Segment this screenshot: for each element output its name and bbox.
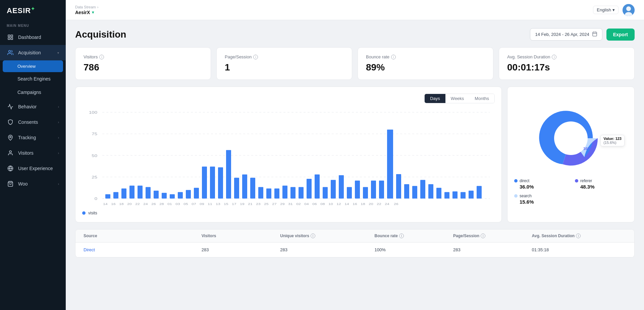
svg-rect-13 bbox=[593, 32, 597, 36]
info-icon-avg-duration: i bbox=[552, 55, 556, 59]
page-header-right: 14 Feb, 2024 - 26 Apr, 2024 Export bbox=[530, 28, 635, 41]
page-header: Acquisition 14 Feb, 2024 - 26 Apr, 2024 … bbox=[75, 28, 635, 41]
overview-label: Overview bbox=[17, 64, 36, 69]
sidebar-item-behavior[interactable]: Behavior › bbox=[0, 99, 66, 114]
days-button[interactable]: Days bbox=[425, 94, 445, 103]
dashboard-label: Dashboard bbox=[18, 35, 41, 40]
pie-legend: direct 36.0% referer 48.3% bbox=[514, 178, 628, 205]
legend-dot-referer bbox=[575, 179, 578, 183]
sidebar-item-search-engines[interactable]: Search Engines bbox=[0, 72, 66, 86]
svg-rect-32 bbox=[146, 187, 151, 199]
legend-dot-visits bbox=[82, 211, 86, 215]
avatar[interactable] bbox=[623, 4, 635, 16]
breadcrumb: Data Stream › bbox=[75, 5, 98, 9]
consents-label: Consents bbox=[18, 119, 38, 125]
language-chevron-icon: ▾ bbox=[612, 7, 615, 12]
svg-rect-40 bbox=[210, 167, 215, 199]
col-visitors: Visitors bbox=[202, 234, 280, 238]
info-icon-ps: i bbox=[481, 234, 485, 238]
svg-rect-51 bbox=[299, 187, 304, 199]
info-icon-unique: i bbox=[311, 234, 315, 238]
svg-text:21: 21 bbox=[248, 203, 253, 206]
svg-rect-38 bbox=[194, 188, 199, 199]
months-button[interactable]: Months bbox=[469, 94, 494, 103]
svg-text:13: 13 bbox=[216, 203, 220, 206]
svg-text:27: 27 bbox=[272, 203, 277, 206]
chevron-right-icon-4: › bbox=[58, 151, 59, 155]
stat-card-visitors: Visitors i 786 bbox=[75, 47, 211, 80]
grid-icon bbox=[7, 34, 14, 41]
shield-icon bbox=[7, 118, 14, 126]
svg-rect-71 bbox=[461, 192, 466, 199]
svg-rect-46 bbox=[258, 187, 263, 199]
language-selector[interactable]: English ▾ bbox=[593, 6, 619, 14]
svg-rect-0 bbox=[8, 35, 10, 37]
stat-card-page-session: Page/Session i 1 bbox=[216, 47, 352, 80]
svg-text:15: 15 bbox=[224, 203, 228, 206]
col-unique: Unique visitors i bbox=[280, 234, 374, 238]
stat-value-page-session: 1 bbox=[225, 62, 344, 73]
sidebar-item-woo[interactable]: Woo › bbox=[0, 176, 66, 192]
woo-label: Woo bbox=[18, 181, 28, 187]
bar-chart-svg: 100 75 50 25 0 bbox=[82, 109, 495, 209]
topbar-dropdown-icon[interactable]: ▾ bbox=[92, 10, 94, 15]
svg-rect-64 bbox=[404, 184, 409, 199]
svg-text:14: 14 bbox=[344, 203, 349, 206]
chevron-down-icon: ▾ bbox=[57, 51, 59, 55]
legend-label-visits: visits bbox=[88, 211, 97, 215]
svg-text:48%: 48% bbox=[558, 143, 567, 148]
legend-label-search: search bbox=[520, 194, 532, 198]
sidebar-item-user-experience[interactable]: User Experience bbox=[0, 161, 66, 176]
logo-text: AESIR✦ bbox=[7, 6, 35, 15]
svg-rect-45 bbox=[250, 178, 255, 199]
svg-text:14: 14 bbox=[103, 203, 108, 206]
table-row: Direct 283 283 100% 283 01:35:18 bbox=[75, 243, 634, 257]
sidebar-item-consents[interactable]: Consents › bbox=[0, 114, 66, 130]
col-bounce: Bounce rate i bbox=[375, 234, 453, 238]
svg-point-5 bbox=[10, 137, 11, 138]
main-content: Data Stream › AesirX ▾ English ▾ Acquisi… bbox=[66, 0, 644, 310]
chart-header: Days Weeks Months bbox=[82, 94, 495, 103]
export-button[interactable]: Export bbox=[606, 29, 635, 41]
svg-rect-65 bbox=[412, 186, 417, 199]
svg-text:18: 18 bbox=[119, 203, 124, 206]
weeks-button[interactable]: Weeks bbox=[445, 94, 470, 103]
svg-text:02: 02 bbox=[296, 203, 301, 206]
row-source[interactable]: Direct bbox=[84, 247, 202, 252]
svg-point-111 bbox=[554, 121, 588, 155]
legend-value-referer: 48.3% bbox=[580, 184, 628, 190]
svg-text:0: 0 bbox=[95, 197, 97, 201]
behavior-label: Behavior bbox=[18, 104, 37, 109]
svg-rect-33 bbox=[154, 191, 159, 199]
info-icon-bounce-rate: i bbox=[391, 55, 396, 59]
sidebar: AESIR✦ MAIN MENU Dashboard Acquisition ▾… bbox=[0, 0, 66, 310]
sidebar-item-tracking[interactable]: Tracking › bbox=[0, 130, 66, 145]
tracking-label: Tracking bbox=[18, 135, 36, 140]
user-experience-label: User Experience bbox=[18, 166, 53, 171]
legend-item-referer: referer 48.3% bbox=[575, 178, 628, 190]
logo-asterisk: ✦ bbox=[31, 6, 35, 11]
legend-dot-search bbox=[514, 194, 518, 198]
visitors-label: Visitors bbox=[18, 150, 34, 156]
svg-text:25: 25 bbox=[92, 175, 97, 179]
svg-text:11: 11 bbox=[208, 203, 212, 206]
svg-rect-41 bbox=[218, 167, 223, 199]
language-label: English bbox=[597, 7, 611, 12]
sidebar-item-campaigns[interactable]: Campaigns bbox=[0, 86, 66, 99]
svg-rect-56 bbox=[339, 175, 344, 199]
sidebar-item-visitors[interactable]: Visitors › bbox=[0, 145, 66, 161]
stat-value-avg-duration: 00:01:17s bbox=[507, 62, 626, 73]
info-icon-bounce: i bbox=[399, 234, 404, 238]
date-range-button[interactable]: 14 Feb, 2024 - 26 Apr, 2024 bbox=[530, 28, 602, 41]
svg-text:04: 04 bbox=[304, 203, 309, 206]
svg-rect-1 bbox=[11, 35, 13, 37]
main-menu-label: MAIN MENU bbox=[0, 21, 66, 30]
sidebar-sub-item-overview[interactable]: Overview bbox=[3, 60, 63, 72]
svg-rect-70 bbox=[452, 191, 458, 198]
sidebar-item-dashboard[interactable]: Dashboard bbox=[0, 30, 66, 45]
svg-rect-67 bbox=[428, 184, 433, 199]
svg-rect-72 bbox=[469, 191, 474, 199]
sidebar-item-acquisition[interactable]: Acquisition ▾ bbox=[0, 45, 66, 60]
topbar-title: AesirX ▾ bbox=[75, 10, 98, 15]
svg-rect-48 bbox=[274, 189, 279, 199]
